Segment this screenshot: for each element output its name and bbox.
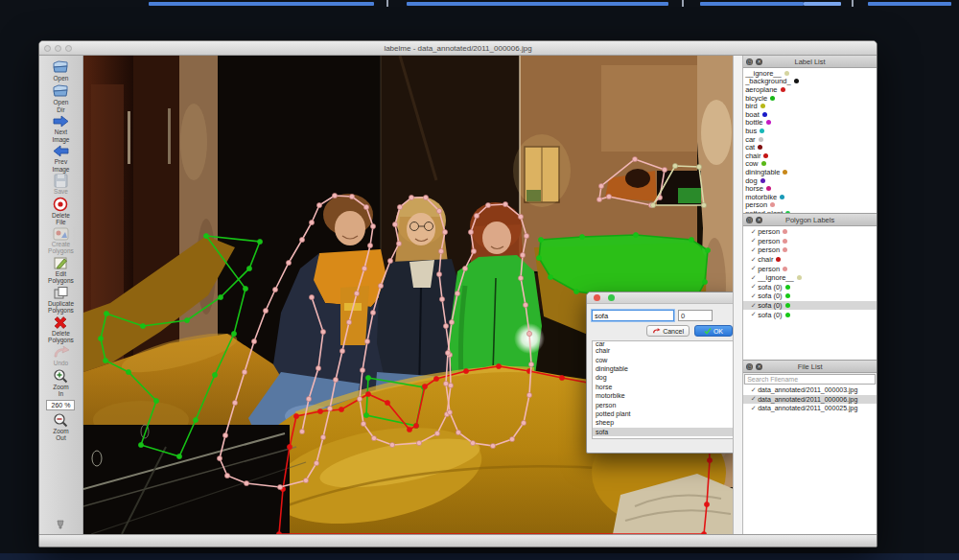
polygon-vertex[interactable] bbox=[701, 202, 706, 207]
polygon-vertex[interactable] bbox=[632, 156, 637, 161]
polygon-vertex[interactable] bbox=[339, 348, 344, 353]
label-choice-item[interactable]: diningtable bbox=[593, 364, 733, 373]
label-list-item[interactable]: chair bbox=[743, 152, 877, 160]
window-titlebar[interactable]: labelme - data_annotated/2011_000006.jpg bbox=[39, 41, 877, 56]
polygon-vertex[interactable] bbox=[449, 319, 454, 324]
polygon-vertex[interactable] bbox=[526, 331, 531, 336]
polygon-vertex[interactable] bbox=[346, 319, 351, 324]
polygon-vertex[interactable] bbox=[422, 384, 427, 388]
polygon-vertex[interactable] bbox=[349, 194, 354, 198]
polygon-vertex[interactable] bbox=[242, 369, 246, 374]
checkbox-checked-icon[interactable]: ✓ bbox=[749, 228, 758, 236]
polygon-vertex[interactable] bbox=[701, 531, 706, 534]
polygon-label-item[interactable]: ✓ chair bbox=[743, 255, 877, 265]
checkbox-checked-icon[interactable]: ✓ bbox=[749, 246, 758, 254]
polygon-vertex[interactable] bbox=[573, 289, 578, 293]
duplicate-polygons-button[interactable]: Duplicate Polygons bbox=[39, 286, 82, 315]
polygon-vertex[interactable] bbox=[650, 202, 655, 207]
checkbox-checked-icon[interactable]: ✓ bbox=[749, 395, 758, 403]
label-choice-item[interactable]: horse bbox=[593, 383, 733, 391]
polygon-vertex[interactable] bbox=[397, 204, 402, 209]
polygon-vertex[interactable] bbox=[633, 232, 638, 237]
file-list-item[interactable]: ✓ data_annotated/2011_000006.jpg bbox=[743, 395, 877, 405]
polygon-vertex[interactable] bbox=[257, 239, 262, 244]
polygon-label-item[interactable]: ✓ sofa (0) bbox=[743, 283, 877, 292]
polygon-vertex[interactable] bbox=[456, 430, 460, 434]
zoom-value-field[interactable]: 260 % bbox=[46, 400, 75, 410]
polygon-vertex[interactable] bbox=[443, 381, 448, 385]
polygon-vertex[interactable] bbox=[705, 247, 710, 252]
polygon-vertex[interactable] bbox=[357, 396, 362, 401]
create-polygons-button[interactable]: Create Polygons bbox=[39, 227, 82, 255]
polygon-vertex[interactable] bbox=[370, 223, 375, 228]
ok-button[interactable]: OK bbox=[694, 325, 733, 337]
polygon-vertex[interactable] bbox=[103, 358, 107, 362]
polygon-vertex[interactable] bbox=[423, 195, 428, 199]
polygon-vertex[interactable] bbox=[320, 329, 325, 334]
label-list-item[interactable]: boat bbox=[743, 110, 877, 119]
polygon-label-item[interactable]: ✓ sofa (0) bbox=[743, 292, 877, 301]
polygon-vertex[interactable] bbox=[416, 440, 421, 445]
file-list-item[interactable]: ✓ data_annotated/2011_000025.jpg bbox=[743, 404, 877, 413]
polygon-vertex[interactable] bbox=[396, 241, 401, 245]
polygon-vertex[interactable] bbox=[696, 164, 701, 169]
checkbox-checked-icon[interactable]: ✓ bbox=[749, 311, 758, 318]
checkbox-checked-icon[interactable]: ✓ bbox=[749, 292, 758, 300]
label-choice-list[interactable]: carchaircowdiningtabledoghorsemotorbikep… bbox=[592, 340, 733, 439]
polygon-vertex[interactable] bbox=[243, 286, 247, 291]
label-name-input[interactable] bbox=[592, 310, 674, 321]
polygon-vertex[interactable] bbox=[244, 480, 248, 485]
polygon-vertex[interactable] bbox=[433, 376, 438, 381]
polygon-vertex[interactable] bbox=[385, 400, 389, 405]
label-choice-item[interactable]: chair bbox=[593, 346, 733, 355]
polygon-vertex[interactable] bbox=[471, 248, 476, 253]
label-list-item[interactable]: car bbox=[743, 135, 877, 144]
polygon-vertex[interactable] bbox=[436, 208, 441, 213]
polygon-vertex[interactable] bbox=[306, 396, 311, 401]
label-list-item[interactable]: cow bbox=[743, 160, 877, 169]
polygon-vertex[interactable] bbox=[538, 237, 543, 242]
polygon-vertex[interactable] bbox=[707, 457, 712, 462]
label-list-item[interactable]: dog bbox=[743, 176, 877, 185]
undo-button[interactable]: Undo bbox=[39, 344, 82, 366]
polygon-vertex[interactable] bbox=[598, 183, 603, 188]
polygon-vertex[interactable] bbox=[363, 204, 368, 209]
polygon-vertex[interactable] bbox=[98, 336, 103, 340]
polygon-vertex[interactable] bbox=[193, 417, 198, 422]
label-list-item[interactable]: cat bbox=[743, 143, 877, 152]
polygon-vertex[interactable] bbox=[445, 350, 450, 355]
polygon-vertex[interactable] bbox=[277, 484, 282, 489]
polygon-vertex[interactable] bbox=[389, 442, 394, 447]
polygon-vertex[interactable] bbox=[286, 260, 291, 265]
file-search-input[interactable] bbox=[744, 374, 876, 385]
polygon-vertex[interactable] bbox=[176, 454, 181, 458]
canvas-vertical-scrollbar[interactable] bbox=[733, 56, 743, 534]
dialog-titlebar[interactable] bbox=[587, 292, 733, 304]
label-list-item[interactable]: diningtable bbox=[743, 168, 877, 176]
polygon-label-item[interactable]: ✓ person bbox=[743, 245, 877, 255]
polygon-vertex[interactable] bbox=[528, 362, 533, 366]
brightness-contrast-button[interactable] bbox=[39, 519, 82, 530]
open-dir-button[interactable]: Open Dir bbox=[39, 82, 82, 113]
polygon-vertex[interactable] bbox=[436, 271, 441, 276]
polygon-label-item[interactable]: ✓ person bbox=[743, 237, 877, 246]
polygon-label-item[interactable]: ✓ __ignore__ bbox=[743, 273, 877, 283]
polygon-vertex[interactable] bbox=[559, 375, 564, 380]
label-list-item[interactable]: bicycle bbox=[743, 94, 877, 103]
label-list-item[interactable]: __ignore__ bbox=[743, 69, 877, 78]
checkbox-checked-icon[interactable]: ✓ bbox=[749, 237, 758, 245]
checkbox-checked-icon[interactable]: ✓ bbox=[749, 386, 758, 394]
polygon-vertex[interactable] bbox=[184, 317, 189, 322]
polygon-vertex[interactable] bbox=[354, 291, 359, 295]
polygon-label-item[interactable]: ✓ sofa (0) bbox=[743, 310, 877, 319]
polygon-vertex[interactable] bbox=[596, 197, 601, 201]
polygon-vertex[interactable] bbox=[468, 229, 473, 234]
polygon-vertex[interactable] bbox=[309, 220, 314, 224]
polygon-vertex[interactable] bbox=[303, 478, 308, 482]
top-link[interactable] bbox=[149, 2, 374, 6]
polygon-vertex[interactable] bbox=[276, 531, 281, 534]
polygon-vertex[interactable] bbox=[360, 367, 364, 372]
label-list-item[interactable]: potted plant bbox=[743, 209, 877, 213]
polygon-vertex[interactable] bbox=[272, 287, 277, 292]
open-button[interactable]: Open bbox=[39, 58, 82, 82]
